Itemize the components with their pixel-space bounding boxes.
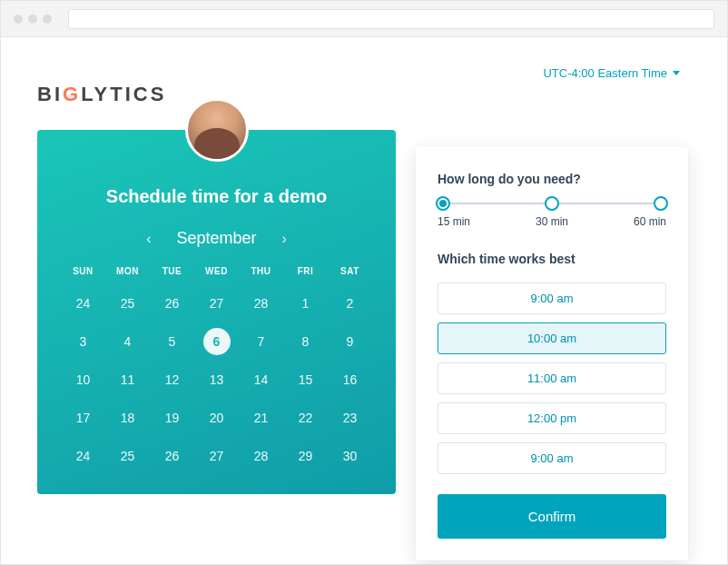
confirm-button[interactable]: Confirm xyxy=(438,494,666,539)
calendar-day[interactable]: 28 xyxy=(239,445,283,467)
calendar-day[interactable]: 6 xyxy=(194,331,239,352)
browser-title-bar xyxy=(1,1,727,37)
duration-slider[interactable] xyxy=(443,203,661,204)
calendar-day[interactable]: 16 xyxy=(328,369,372,391)
calendar-day[interactable]: 15 xyxy=(283,369,328,391)
time-slot[interactable]: 12:00 pm xyxy=(438,402,666,434)
calendar-day[interactable]: 3 xyxy=(61,331,105,352)
calendar-day[interactable]: 4 xyxy=(105,331,150,352)
month-navigator: ‹ September › xyxy=(61,229,372,248)
calendar-title: Schedule time for a demo xyxy=(61,186,372,207)
calendar-day[interactable]: 28 xyxy=(239,292,283,314)
calendar-day[interactable]: 24 xyxy=(61,445,105,467)
time-slot[interactable]: 9:00 am xyxy=(438,282,666,314)
window-controls xyxy=(14,15,52,24)
calendar-day[interactable]: 10 xyxy=(61,369,105,391)
calendar-day[interactable]: 13 xyxy=(194,369,239,391)
calendar-day[interactable]: 25 xyxy=(105,292,150,314)
logo-part: LYTICS xyxy=(81,83,166,105)
calendar-day[interactable]: 19 xyxy=(150,407,194,429)
calendar-weekday: SAT xyxy=(328,266,372,276)
calendar-weekday: WED xyxy=(194,266,239,276)
page-content: UTC-4:00 Eastern Time BIGLYTICS Schedule… xyxy=(1,37,727,564)
duration-node-30[interactable] xyxy=(545,196,559,211)
time-slot-list: 9:00 am10:00 am11:00 am12:00 pm9:00 am xyxy=(438,282,666,474)
logo-accent: G xyxy=(63,83,81,105)
calendar-day[interactable]: 24 xyxy=(61,292,105,314)
calendar-day[interactable]: 5 xyxy=(150,331,194,352)
calendar-grid: SUNMONTUEWEDTHUFRISAT2425262728123456789… xyxy=(61,266,372,467)
calendar-day[interactable]: 30 xyxy=(328,445,372,467)
calendar-weekday: THU xyxy=(239,266,283,276)
duration-question: How long do you need? xyxy=(438,172,666,186)
calendar-day[interactable]: 20 xyxy=(194,407,239,429)
calendar-day[interactable]: 7 xyxy=(239,331,283,352)
calendar-card: Schedule time for a demo ‹ September › S… xyxy=(37,130,396,494)
calendar-day[interactable]: 8 xyxy=(283,331,328,352)
time-slot[interactable]: 11:00 am xyxy=(438,362,666,394)
calendar-day[interactable]: 21 xyxy=(239,407,283,429)
calendar-day[interactable]: 25 xyxy=(105,445,150,467)
duration-label: 15 min xyxy=(438,215,470,228)
time-question: Which time works best xyxy=(438,252,666,266)
calendar-day[interactable]: 26 xyxy=(150,292,194,314)
calendar-day[interactable]: 27 xyxy=(194,445,239,467)
calendar-day[interactable]: 9 xyxy=(328,331,372,352)
window-dot-icon xyxy=(43,15,52,24)
calendar-day[interactable]: 18 xyxy=(105,407,150,429)
avatar xyxy=(185,98,249,162)
calendar-day[interactable]: 11 xyxy=(105,369,150,391)
time-slot[interactable]: 9:00 am xyxy=(438,442,666,474)
timezone-selector[interactable]: UTC-4:00 Eastern Time xyxy=(543,66,680,80)
duration-node-60[interactable] xyxy=(654,196,668,211)
calendar-day[interactable]: 12 xyxy=(150,369,194,391)
calendar-day[interactable]: 22 xyxy=(283,407,328,429)
time-picker-card: How long do you need? 15 min 30 min 60 m… xyxy=(416,146,688,560)
calendar-weekday: FRI xyxy=(283,266,328,276)
calendar-day[interactable]: 14 xyxy=(239,369,283,391)
caret-down-icon xyxy=(673,71,680,75)
duration-labels: 15 min 30 min 60 min xyxy=(438,215,666,228)
calendar-day[interactable]: 23 xyxy=(328,407,372,429)
calendar-day[interactable]: 26 xyxy=(150,445,194,467)
logo-part: BI xyxy=(37,83,63,105)
browser-frame: UTC-4:00 Eastern Time BIGLYTICS Schedule… xyxy=(0,0,728,565)
window-dot-icon xyxy=(14,15,23,24)
chevron-left-icon[interactable]: ‹ xyxy=(146,231,151,247)
calendar-weekday: MON xyxy=(105,266,150,276)
duration-label: 60 min xyxy=(634,215,666,228)
calendar-day[interactable]: 27 xyxy=(194,292,239,314)
month-label: September xyxy=(176,229,256,248)
url-bar[interactable] xyxy=(68,9,714,29)
timezone-label: UTC-4:00 Eastern Time xyxy=(543,66,667,80)
chevron-right-icon[interactable]: › xyxy=(282,231,287,247)
calendar-day[interactable]: 2 xyxy=(328,292,372,314)
calendar-day[interactable]: 29 xyxy=(283,445,328,467)
calendar-weekday: TUE xyxy=(150,266,194,276)
duration-node-15[interactable] xyxy=(436,196,450,211)
calendar-day[interactable]: 17 xyxy=(61,407,105,429)
calendar-day[interactable]: 1 xyxy=(283,292,328,314)
time-slot[interactable]: 10:00 am xyxy=(438,322,666,354)
calendar-weekday: SUN xyxy=(61,266,105,276)
window-dot-icon xyxy=(28,15,37,24)
duration-label: 30 min xyxy=(536,215,568,228)
